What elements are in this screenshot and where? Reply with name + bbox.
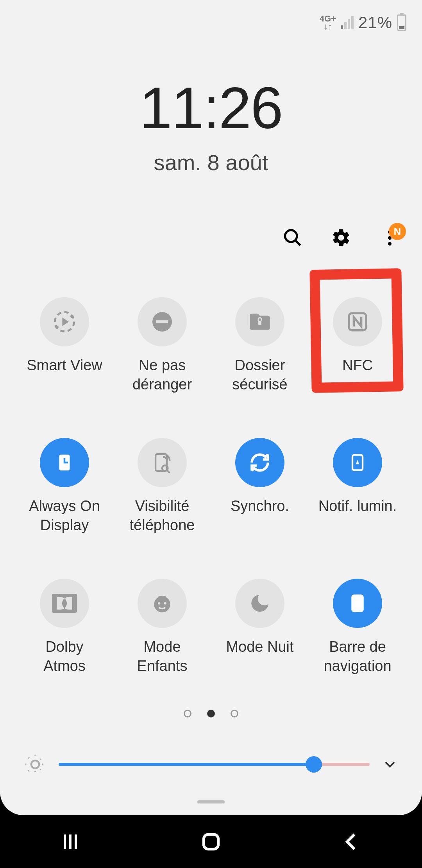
svg-line-31 <box>40 758 42 760</box>
navbar-icon <box>347 593 368 614</box>
svg-rect-8 <box>258 321 261 325</box>
svg-line-30 <box>29 769 30 771</box>
recents-button[interactable] <box>31 826 109 857</box>
tile-do-not-disturb[interactable]: Ne pasdéranger <box>115 297 209 395</box>
tile-label: Smart View <box>27 356 102 395</box>
svg-marker-3 <box>63 317 69 326</box>
gear-icon <box>331 228 351 248</box>
tile-sync[interactable]: Synchro. <box>213 438 307 536</box>
home-button[interactable] <box>172 826 250 857</box>
svg-point-18 <box>164 602 166 604</box>
brightness-row <box>23 753 399 776</box>
tile-night-mode[interactable]: Mode Nuit <box>213 579 307 676</box>
settings-button[interactable] <box>330 227 352 249</box>
tile-label: Dossiersécurisé <box>232 356 288 395</box>
svg-point-0 <box>285 230 297 242</box>
svg-line-1 <box>295 240 300 246</box>
svg-point-20 <box>354 608 356 610</box>
tile-label: NFC <box>342 356 373 395</box>
search-button[interactable] <box>282 227 304 249</box>
svg-rect-7 <box>156 320 168 323</box>
tile-label: Visibilitétéléphone <box>130 497 195 536</box>
brightness-slider[interactable] <box>59 763 370 766</box>
dolby-icon <box>52 594 77 613</box>
svg-point-16 <box>154 596 170 612</box>
tile-label: Barre denavigation <box>324 637 391 676</box>
secure-folder-icon <box>248 310 272 334</box>
svg-rect-15 <box>52 594 77 613</box>
search-icon <box>283 228 303 248</box>
clock-block: 11:26 sam. 8 août <box>0 74 422 175</box>
panel-handle[interactable] <box>197 800 225 803</box>
night-icon <box>249 592 271 615</box>
page-indicator[interactable] <box>184 710 238 717</box>
network-indicator: 4G+ ↓↑ <box>320 15 336 30</box>
tile-label: Ne pasdéranger <box>132 356 192 395</box>
aod-icon <box>54 452 75 473</box>
clock-date: sam. 8 août <box>0 150 422 175</box>
tile-navigation-bar[interactable]: Barre denavigation <box>311 579 404 676</box>
brightness-thumb[interactable] <box>306 756 322 773</box>
battery-percent: 21% <box>358 13 392 32</box>
network-arrows-icon: ↓↑ <box>320 23 336 30</box>
system-navigation-bar <box>0 815 422 868</box>
tile-label: Mode Nuit <box>226 637 293 676</box>
tile-edge-lighting[interactable]: Notif. lumin. <box>311 438 404 536</box>
tile-always-on-display[interactable]: Always OnDisplay <box>18 438 111 536</box>
home-icon <box>200 831 222 853</box>
nfc-icon <box>346 310 369 333</box>
sync-icon <box>248 450 272 475</box>
back-button[interactable] <box>313 826 391 857</box>
back-icon <box>341 831 363 853</box>
page-dot-current <box>207 710 215 717</box>
smart-view-icon <box>52 309 77 335</box>
expand-button[interactable] <box>381 756 399 773</box>
tile-label: Always OnDisplay <box>29 497 100 536</box>
quick-settings-panel: 4G+ ↓↑ 21% 11:26 sam. 8 août N <box>0 0 422 815</box>
svg-line-13 <box>167 470 170 473</box>
tile-label: ModeEnfants <box>137 637 188 676</box>
svg-point-21 <box>357 608 359 610</box>
more-badge: N <box>389 223 406 240</box>
panel-actions: N <box>282 227 401 249</box>
tile-label: Notif. lumin. <box>318 497 397 536</box>
visibility-icon <box>151 451 173 474</box>
signal-icon <box>341 16 354 29</box>
svg-point-17 <box>158 602 160 604</box>
recents-icon <box>59 831 81 853</box>
tile-phone-visibility[interactable]: Visibilitétéléphone <box>115 438 209 536</box>
svg-point-4 <box>70 315 73 318</box>
kids-icon <box>150 591 174 615</box>
svg-point-5 <box>55 326 59 329</box>
svg-line-29 <box>40 769 42 771</box>
status-bar: 4G+ ↓↑ 21% <box>320 13 406 32</box>
more-button[interactable]: N <box>379 227 401 249</box>
dnd-icon <box>150 310 174 334</box>
page-dot <box>231 710 238 717</box>
tile-secure-folder[interactable]: Dossiersécurisé <box>213 297 307 395</box>
svg-point-23 <box>31 760 39 768</box>
tile-dolby-atmos[interactable]: DolbyAtmos <box>18 579 111 676</box>
brightness-fill <box>59 763 314 766</box>
battery-icon <box>397 14 406 31</box>
tile-label: Synchro. <box>231 497 289 536</box>
tile-nfc[interactable]: NFC <box>311 297 404 395</box>
svg-line-28 <box>29 758 30 760</box>
svg-rect-35 <box>204 834 218 849</box>
brightness-icon <box>23 753 47 776</box>
tile-label: DolbyAtmos <box>43 637 86 676</box>
tile-kids-mode[interactable]: ModeEnfants <box>115 579 209 676</box>
svg-point-22 <box>359 608 361 610</box>
clock-time: 11:26 <box>0 74 422 142</box>
edge-light-icon <box>347 452 368 473</box>
page-dot <box>184 710 191 717</box>
quick-tiles-grid: Smart View Ne pasdéranger Dossiersécuris… <box>0 297 422 676</box>
tile-smart-view[interactable]: Smart View <box>18 297 111 395</box>
